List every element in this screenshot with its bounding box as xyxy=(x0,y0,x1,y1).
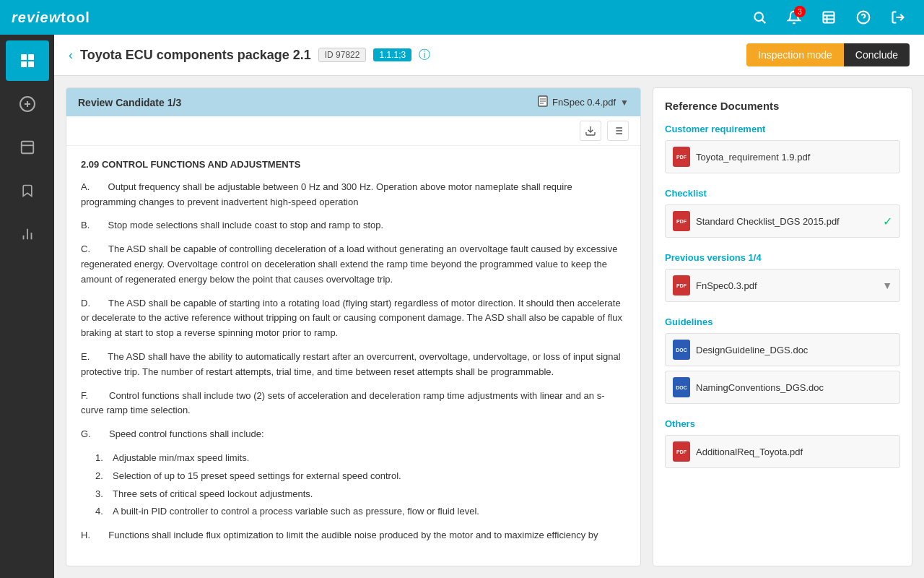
list-item-3: 3. Three sets of critical speed lockout … xyxy=(95,487,626,502)
svg-rect-12 xyxy=(28,61,34,67)
para-d-text: The ASD shall be capable of starting int… xyxy=(81,298,622,339)
ref-file-fnspec03[interactable]: PDF FnSpec0.3.pdf ▼ xyxy=(665,269,900,302)
panel-header-right: FnSpec 0.4.pdf ▼ xyxy=(538,95,629,109)
list-view-button[interactable] xyxy=(607,121,629,141)
export-button[interactable] xyxy=(580,121,601,141)
pdf-icon: PDF xyxy=(673,147,690,167)
para-h-letter: H. xyxy=(81,530,106,540)
page-header-left: ‹ Toyota ECU components package 2.1 ID 9… xyxy=(69,48,430,63)
expand-icon: ▼ xyxy=(882,280,892,291)
doc-icon-naming: DOC xyxy=(673,377,690,397)
pdf-icon-additional: PDF xyxy=(673,441,690,462)
panels: Review Candidate 1/3 F xyxy=(54,76,924,578)
paragraph-g: G. Speed control functions shall include… xyxy=(81,427,626,442)
page-title: Toyota ECU components package 2.1 xyxy=(80,48,311,63)
ref-section-checklist: Checklist PDF Standard Checklist_DGS 201… xyxy=(665,188,900,238)
para-b-text: Stop mode selections shall include coast… xyxy=(108,220,384,230)
pdf-icon-checklist: PDF xyxy=(673,211,690,231)
ref-file-checklist-name: Standard Checklist_DGS 2015.pdf xyxy=(696,216,877,227)
section-title: 2.09 CONTROL FUNCTIONS AND ADJUSTMENTS xyxy=(81,158,626,173)
documents-button[interactable] xyxy=(814,3,843,32)
ref-file-checklist[interactable]: PDF Standard Checklist_DGS 2015.pdf ✓ xyxy=(665,204,900,238)
ref-file-naming-conventions[interactable]: DOC NamingConventions_DGS.doc xyxy=(665,371,900,404)
logout-button[interactable] xyxy=(884,3,912,32)
para-d-letter: D. xyxy=(81,298,106,309)
file-selector[interactable]: FnSpec 0.4.pdf ▼ xyxy=(538,95,629,109)
para-a-text: Output frequency shall be adjustable bet… xyxy=(81,181,572,207)
ref-section-prev-versions: Previous versions 1/4 PDF FnSpec0.3.pdf … xyxy=(665,252,900,302)
help-button[interactable] xyxy=(849,3,878,32)
paragraph-b: B. Stop mode selections shall include co… xyxy=(81,218,626,233)
list-item-2: 2. Selection of up to 15 preset speed se… xyxy=(95,469,626,484)
list-text-1: Adjustable min/max speed limits. xyxy=(113,451,249,466)
list-text-3: Three sets of critical speed lockout adj… xyxy=(113,487,313,502)
back-button[interactable]: ‹ xyxy=(69,48,73,63)
ref-section-customer: Customer requirement PDF Toyota_requirem… xyxy=(665,124,900,173)
paragraph-c: C. The ASD shall be capable of controlli… xyxy=(81,242,626,287)
inspection-mode-button[interactable]: Inspection mode xyxy=(746,43,844,66)
file-icon xyxy=(538,95,548,109)
sidebar-item-document[interactable] xyxy=(6,127,49,168)
paragraph-d: D. The ASD shall be capable of starting … xyxy=(81,296,626,341)
sidebar-item-chart[interactable] xyxy=(6,214,49,254)
paragraph-a: A. Output frequency shall be adjustable … xyxy=(81,180,626,210)
svg-rect-11 xyxy=(21,61,27,67)
sidebar-item-dashboard[interactable] xyxy=(6,40,49,81)
header-actions: Inspection mode Conclude xyxy=(746,43,910,66)
para-c-letter: C. xyxy=(81,243,106,254)
para-e-letter: E. xyxy=(81,351,105,362)
paragraph-e: E. The ASD shall have the ability to aut… xyxy=(81,350,626,380)
topbar-actions: 3 xyxy=(745,3,912,32)
notification-button[interactable]: 3 xyxy=(780,3,808,32)
ref-section-others: Others PDF AdditionalReq_Toyota.pdf xyxy=(665,418,900,468)
svg-rect-2 xyxy=(824,12,834,23)
ref-section-checklist-title: Checklist xyxy=(665,188,900,199)
list-item-4: 4. A built-in PID controller to control … xyxy=(95,504,626,519)
list-num-3: 3. xyxy=(95,487,113,502)
sidebar-item-bookmark[interactable] xyxy=(6,171,49,211)
ref-file-additional-req[interactable]: PDF AdditionalReq_Toyota.pdf xyxy=(665,435,900,468)
ref-file-toyota-req[interactable]: PDF Toyota_requirement 1.9.pdf xyxy=(665,140,900,173)
left-panel-header: Review Candidate 1/3 F xyxy=(66,88,640,116)
paragraph-h: H. Functions shall include flux optimiza… xyxy=(81,528,626,543)
page-header: ‹ Toyota ECU components package 2.1 ID 9… xyxy=(54,35,924,76)
list-num-4: 4. xyxy=(95,504,113,519)
info-icon[interactable]: ⓘ xyxy=(419,48,430,63)
pdf-icon-fnspec03: PDF xyxy=(673,275,690,296)
dropdown-arrow-icon: ▼ xyxy=(620,98,629,108)
para-e-text: The ASD shall have the ability to automa… xyxy=(81,351,621,377)
list-num-1: 1. xyxy=(95,451,113,466)
ref-section-others-title: Others xyxy=(665,418,900,429)
review-candidate-title: Review Candidate 1/3 xyxy=(78,97,181,108)
doc-icon-design: DOC xyxy=(673,340,690,360)
ref-section-guidelines: Guidelines DOC DesignGuideline_DGS.doc D… xyxy=(665,316,900,404)
para-f-text: Control functions shall include two (2) … xyxy=(81,390,605,416)
search-button[interactable] xyxy=(745,3,774,32)
svg-line-1 xyxy=(762,20,766,24)
sidebar-item-add[interactable] xyxy=(6,84,49,124)
para-b-letter: B. xyxy=(81,220,105,230)
para-g-letter: G. xyxy=(81,428,106,439)
left-panel: Review Candidate 1/3 F xyxy=(66,87,641,566)
conclude-button[interactable]: Conclude xyxy=(844,43,910,66)
topbar: reviewtool 3 xyxy=(0,0,924,35)
doc-toolbar xyxy=(66,116,640,146)
para-g-text: Speed control functions shall include: xyxy=(109,428,264,439)
content-area: ‹ Toyota ECU components package 2.1 ID 9… xyxy=(54,35,924,578)
ref-file-fnspec03-name: FnSpec0.3.pdf xyxy=(696,280,876,291)
ref-panel-title: Reference Documents xyxy=(665,100,900,112)
right-panel: Reference Documents Customer requirement… xyxy=(653,87,912,566)
svg-point-0 xyxy=(754,12,763,21)
ref-file-additional-req-name: AdditionalReq_Toyota.pdf xyxy=(696,447,892,457)
id-badge: ID 97822 xyxy=(318,48,367,62)
ref-file-design-guideline[interactable]: DOC DesignGuideline_DGS.doc xyxy=(665,333,900,366)
svg-rect-9 xyxy=(21,54,27,60)
svg-rect-16 xyxy=(21,142,33,154)
main-layout: ‹ Toyota ECU components package 2.1 ID 9… xyxy=(0,35,924,578)
sidebar xyxy=(0,35,54,578)
ref-section-customer-title: Customer requirement xyxy=(665,124,900,134)
para-a-letter: A. xyxy=(81,181,105,192)
list-items: 1. Adjustable min/max speed limits. 2. S… xyxy=(95,451,626,519)
ref-file-design-guideline-name: DesignGuideline_DGS.doc xyxy=(696,345,892,355)
ref-section-guidelines-title: Guidelines xyxy=(665,316,900,327)
